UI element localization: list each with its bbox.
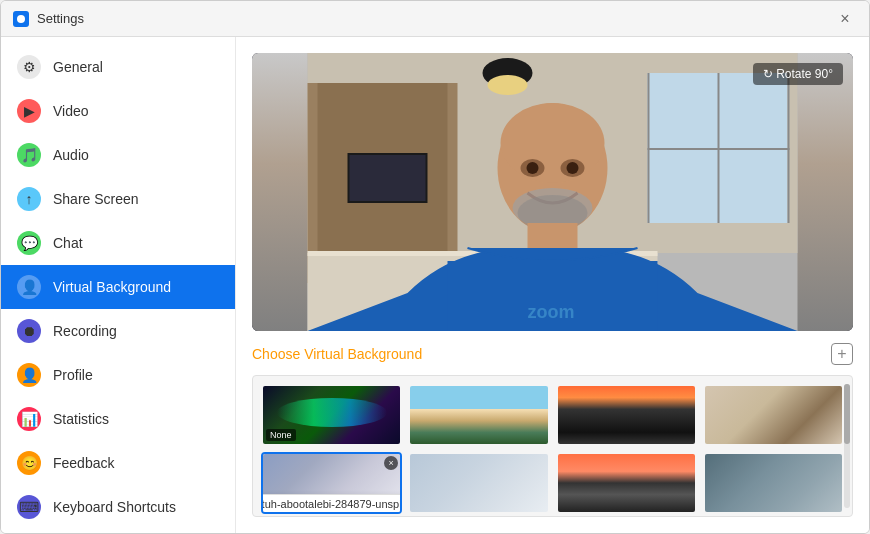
sidebar-label-video: Video [53,103,89,119]
scrollbar[interactable] [844,384,850,508]
svg-point-20 [527,162,539,174]
settings-window: Settings × ⚙General▶Video🎵Audio↑Share Sc… [0,0,870,534]
titlebar: Settings × [1,1,869,37]
svg-point-17 [501,103,605,183]
bg-thumb-road[interactable] [556,384,697,446]
bg-thumb-room[interactable]: × nastuh-abootalebi-284879-unsplash [261,452,402,514]
sidebar-label-profile: Profile [53,367,93,383]
vbg-section: Choose Virtual Background + None [252,343,853,517]
svg-rect-13 [350,155,426,201]
sidebar-label-share-screen: Share Screen [53,191,139,207]
titlebar-left: Settings [13,11,84,27]
vbg-grid: None × [261,384,844,514]
recording-icon: ⏺ [17,319,41,343]
sidebar-label-general: General [53,59,103,75]
svg-point-21 [567,162,579,174]
sidebar-item-recording[interactable]: ⏺Recording [1,309,235,353]
sidebar-item-feedback[interactable]: 😊Feedback [1,441,235,485]
video-icon: ▶ [17,99,41,123]
close-button[interactable]: × [833,7,857,31]
statistics-icon: 📊 [17,407,41,431]
sidebar-item-accessibility[interactable]: ♿Accessibility [1,529,235,533]
video-preview: zoom ↻ Rotate 90° [252,53,853,331]
svg-text:zoom: zoom [528,302,575,322]
bg-thumb-office2[interactable] [408,452,549,514]
add-background-button[interactable]: + [831,343,853,365]
sidebar-label-audio: Audio [53,147,89,163]
sidebar: ⚙General▶Video🎵Audio↑Share Screen💬Chat👤V… [1,37,236,533]
sidebar-item-general[interactable]: ⚙General [1,45,235,89]
sidebar-label-chat: Chat [53,235,83,251]
svg-rect-11 [718,73,720,223]
scrollbar-thumb[interactable] [844,384,850,444]
content-area: ⚙General▶Video🎵Audio↑Share Screen💬Chat👤V… [1,37,869,533]
vbg-title: Choose Virtual Background [252,346,422,362]
sidebar-item-virtual-background[interactable]: 👤Virtual Background [1,265,235,309]
main-panel: zoom ↻ Rotate 90° Choose Virtual Backgro… [236,37,869,533]
none-badge: None [266,429,296,441]
sidebar-item-video[interactable]: ▶Video [1,89,235,133]
sidebar-item-statistics[interactable]: 📊Statistics [1,397,235,441]
sidebar-label-statistics: Statistics [53,411,109,427]
bg-thumb-beach[interactable] [408,384,549,446]
svg-point-0 [17,15,25,23]
bg-thumb-city[interactable] [556,452,697,514]
sidebar-item-keyboard-shortcuts[interactable]: ⌨Keyboard Shortcuts [1,485,235,529]
sidebar-item-profile[interactable]: 👤Profile [1,353,235,397]
keyboard-shortcuts-icon: ⌨ [17,495,41,519]
app-icon [13,11,29,27]
rotate-button[interactable]: ↻ Rotate 90° [753,63,843,85]
feedback-icon: 😊 [17,451,41,475]
vbg-grid-container: None × [252,375,853,517]
share-screen-icon: ↑ [17,187,41,211]
sidebar-item-audio[interactable]: 🎵Audio [1,133,235,177]
general-icon: ⚙ [17,55,41,79]
sidebar-item-share-screen[interactable]: ↑Share Screen [1,177,235,221]
audio-icon: 🎵 [17,143,41,167]
svg-point-6 [488,75,528,95]
room-svg: zoom [252,53,853,331]
sidebar-label-recording: Recording [53,323,117,339]
sidebar-label-virtual-background: Virtual Background [53,279,171,295]
vbg-header: Choose Virtual Background + [252,343,853,365]
profile-icon: 👤 [17,363,41,387]
bg-thumb-aurora[interactable]: None [261,384,402,446]
window-title: Settings [37,11,84,26]
sidebar-label-keyboard-shortcuts: Keyboard Shortcuts [53,499,176,515]
virtual-background-icon: 👤 [17,275,41,299]
bg-thumb-office1[interactable] [703,384,844,446]
sidebar-item-chat[interactable]: 💬Chat [1,221,235,265]
preview-background: zoom [252,53,853,331]
bg-thumb-building[interactable] [703,452,844,514]
chat-icon: 💬 [17,231,41,255]
sidebar-label-feedback: Feedback [53,455,114,471]
